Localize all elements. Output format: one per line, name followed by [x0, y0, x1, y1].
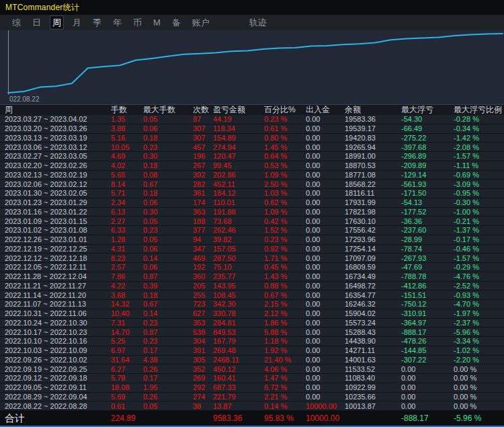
cell-net-deposit: 0.00	[306, 272, 345, 281]
table-row[interactable]: 2022.10.17 ~ 2022.10.2314.700.87538849.5…	[0, 327, 504, 337]
cell-max-lots: 0.18	[143, 189, 193, 198]
table-row[interactable]: 2022.12.19 ~ 2022.12.254.310.06347157.05…	[0, 245, 504, 254]
column-header-week[interactable]: 周	[5, 104, 111, 116]
column-header-max-lots[interactable]: 最大手数	[143, 104, 193, 116]
column-header-percent[interactable]: 百分比%	[264, 104, 306, 116]
cell-lots: 4.02	[111, 161, 143, 170]
cell-net-deposit: 0.00	[306, 134, 345, 143]
cell-max-drawdown-pct: -0.30 %	[454, 198, 504, 207]
column-header-max-drawdown[interactable]: 最大浮亏	[401, 104, 454, 116]
cell-balance: 18568.22	[345, 180, 401, 189]
column-header-profit[interactable]: 盈亏金额	[213, 104, 264, 116]
table-row[interactable]: 2022.12.12 ~ 2022.12.188.230.14469287.50…	[0, 254, 504, 263]
table-row[interactable]: 2022.12.05 ~ 2022.12.112.570.0619275.100…	[0, 263, 504, 272]
cell-week: 2023.01.16 ~ 2023.01.22	[5, 208, 111, 217]
table-row[interactable]: 2023.02.13 ~ 2023.02.195.650.08392202.86…	[0, 171, 504, 180]
column-header-net-deposit[interactable]: 出入金	[306, 104, 345, 116]
table-row[interactable]: 2023.02.06 ~ 2023.02.128.140.67282452.11…	[0, 180, 504, 189]
cell-trades: 38	[193, 402, 213, 411]
cell-max-drawdown-pct: 0.00 %	[454, 402, 504, 411]
cell-week: 2023.02.20 ~ 2023.02.26	[5, 161, 111, 170]
cell-max-lots: 0.18	[143, 161, 193, 170]
cell-lots: 6.27	[111, 365, 143, 374]
cell-percent: 0.14 %	[264, 402, 306, 411]
cell-percent: 1.18 %	[264, 337, 306, 346]
cell-percent: 1.45 %	[264, 143, 306, 152]
cell-profit: 274.94	[213, 143, 264, 152]
table-row[interactable]: 2023.02.20 ~ 2023.02.264.020.1826799.450…	[0, 161, 504, 171]
cell-percent: 0.80 %	[264, 134, 306, 143]
menu-item-备[interactable]: 备	[170, 16, 183, 29]
table-row[interactable]: 2023.02.27 ~ 2023.03.054.690.30196120.47…	[0, 152, 504, 161]
menu-item-币[interactable]: 币	[131, 16, 144, 29]
table-row[interactable]: 2022.11.07 ~ 2022.11.1314.320.67723342.3…	[0, 300, 504, 309]
cell-week: 2023.01.23 ~ 2023.01.29	[5, 198, 111, 207]
table-row[interactable]: 2023.01.16 ~ 2023.01.226.130.30363191.88…	[0, 208, 504, 217]
cell-net-deposit: 0.00	[306, 365, 345, 374]
table-row[interactable]: 2023.01.30 ~ 2023.02.055.710.18361184.12…	[0, 189, 504, 198]
cell-balance: 17254.14	[345, 245, 401, 254]
cell-lots: 2.57	[111, 263, 143, 272]
table-row[interactable]: 2023.01.02 ~ 2023.01.086.330.23377262.46…	[0, 226, 504, 235]
menu-item-综[interactable]: 综	[10, 16, 23, 29]
menu-item-M[interactable]: M	[151, 16, 163, 29]
cell-percent: 6.72 %	[264, 383, 306, 392]
cell-week: 2022.10.03 ~ 2022.10.09	[5, 346, 111, 355]
cell-trades: 255	[193, 291, 213, 300]
balance-curve	[8, 34, 503, 93]
table-row[interactable]: 2022.09.26 ~ 2022.10.0231.644.383052468.…	[0, 356, 504, 365]
cell-percent: 2.12 %	[264, 309, 306, 318]
column-header-max-drawdown-pct[interactable]: 最大浮亏比例	[454, 104, 504, 116]
table-row[interactable]: 2023.01.23 ~ 2023.01.292.340.06174110.01…	[0, 198, 504, 208]
table-row[interactable]: 2022.08.29 ~ 2022.09.045.690.26274221.79…	[0, 393, 504, 402]
menu-item-周[interactable]: 周	[50, 16, 63, 29]
menu-item-账户[interactable]: 账户	[190, 16, 212, 29]
cell-balance: 10013.87	[345, 402, 401, 411]
cell-balance: 11083.40	[345, 374, 401, 383]
menu-item-季[interactable]: 季	[91, 16, 103, 29]
cell-max-drawdown: -47.69	[401, 263, 454, 272]
table-row[interactable]: 2022.11.14 ~ 2022.11.203.680.18255108.45…	[0, 290, 504, 300]
column-header-balance[interactable]: 余额	[345, 104, 401, 116]
table-row[interactable]: 2023.03.27 ~ 2023.04.021.350.058744.190.…	[0, 115, 504, 124]
menu-item-日[interactable]: 日	[30, 16, 43, 29]
table-row[interactable]: 2023.03.06 ~ 2023.03.1210.050.23457274.9…	[0, 143, 504, 152]
cell-trades: 469	[193, 254, 213, 263]
cell-max-drawdown-pct: -1.11 %	[454, 161, 504, 170]
menu-item-轨迹[interactable]: 轨迹	[247, 16, 269, 29]
cell-week: 2022.11.14 ~ 2022.11.20	[5, 291, 111, 300]
menu-item-年[interactable]: 年	[111, 16, 124, 29]
table-row[interactable]: 2023.03.13 ~ 2023.03.195.160.18307154.89…	[0, 134, 504, 143]
cell-profit: 849.53	[213, 328, 264, 337]
table-row[interactable]: 2022.10.10 ~ 2022.10.165.250.23304167.79…	[0, 337, 504, 346]
table-row[interactable]: 2022.10.31 ~ 2022.11.0610.400.14627330.7…	[0, 309, 504, 319]
column-header-trades[interactable]: 次数	[193, 104, 213, 116]
table-row[interactable]: 2023.01.09 ~ 2023.01.152.270.0518873.680…	[0, 217, 504, 226]
column-header-lots[interactable]: 手数	[111, 104, 143, 116]
table-row[interactable]: 2022.08.22 ~ 2022.08.280.610.053813.870.…	[0, 401, 504, 411]
menu-item-月[interactable]: 月	[71, 16, 83, 29]
table-row[interactable]: 2023.03.20 ~ 2023.03.263.880.06307118.34…	[0, 124, 504, 134]
cell-max-drawdown: -78.74	[401, 245, 454, 254]
cell-max-drawdown-pct: -1.37 %	[454, 226, 504, 235]
table-row[interactable]: 2022.09.19 ~ 2022.09.256.270.26352450.12…	[0, 364, 504, 374]
cell-profit: 235.77	[213, 272, 264, 281]
cell-net-deposit: 0.00	[306, 143, 345, 152]
cell-max-drawdown: -310.91	[401, 309, 454, 318]
cell-profit: 118.34	[213, 124, 264, 133]
table-row[interactable]: 2022.11.28 ~ 2022.12.047.860.87360235.77…	[0, 272, 504, 282]
table-row[interactable]: 2022.10.03 ~ 2022.10.096.970.17391269.48…	[0, 346, 504, 356]
cell-percent: 0.67 %	[264, 291, 306, 300]
cell-trades: 87	[193, 115, 213, 124]
cell-week: 2022.10.24 ~ 2022.10.30	[5, 319, 111, 327]
table-row[interactable]: 2022.10.24 ~ 2022.10.307.310.23353284.81…	[0, 319, 504, 328]
cell-profit: 2468.11	[213, 356, 264, 364]
table-row[interactable]: 2022.11.21 ~ 2022.11.274.220.39205143.95…	[0, 282, 504, 291]
cell-max-drawdown-pct: -3.09 %	[454, 180, 504, 189]
table-row[interactable]: 2022.09.05 ~ 2022.09.1118.081.95292687.3…	[0, 383, 504, 393]
cell-week: 2022.11.07 ~ 2022.11.13	[5, 300, 111, 309]
cell-percent: 2.50 %	[264, 180, 306, 189]
table-row[interactable]: 2022.09.12 ~ 2022.09.185.780.17269160.41…	[0, 374, 504, 383]
table-row[interactable]: 2022.12.26 ~ 2023.01.011.280.059439.820.…	[0, 235, 504, 245]
cell-max-lots: 0.23	[143, 319, 193, 327]
